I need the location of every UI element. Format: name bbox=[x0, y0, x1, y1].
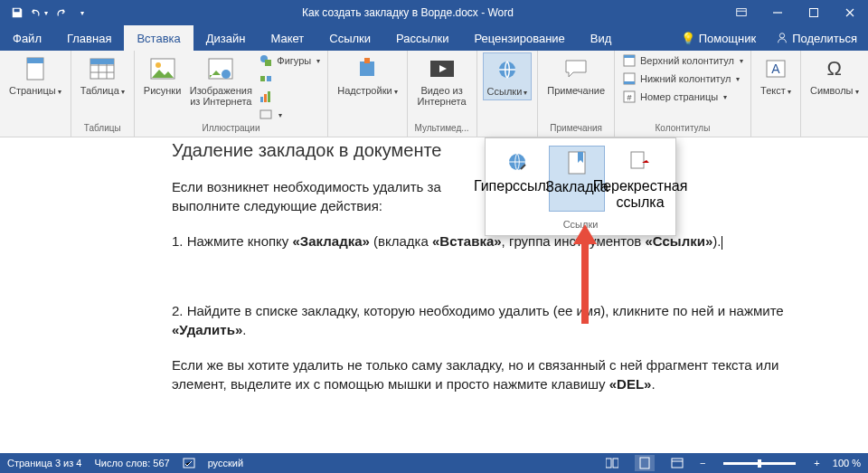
pagenum-label: Номер страницы bbox=[640, 91, 718, 102]
print-layout-icon[interactable] bbox=[635, 455, 655, 471]
close-icon[interactable] bbox=[832, 0, 868, 25]
pages-button[interactable]: Страницы▾ bbox=[5, 52, 65, 99]
zoom-in-icon[interactable]: + bbox=[814, 458, 819, 468]
page-content: Удаление закладок в документе Если возни… bbox=[0, 137, 868, 393]
tab-insert[interactable]: Вставка bbox=[124, 25, 193, 51]
svg-rect-17 bbox=[268, 91, 270, 102]
status-page[interactable]: Страница 3 из 4 bbox=[7, 458, 81, 468]
group-comments-label: Примечания bbox=[543, 123, 609, 135]
svg-rect-19 bbox=[360, 61, 374, 76]
links-dropdown: Гиперссылка Закладка Перекрестная ссылка… bbox=[485, 137, 676, 236]
table-button[interactable]: Таблица▾ bbox=[77, 52, 128, 99]
online-video-button[interactable]: Видео из Интернета bbox=[413, 52, 471, 109]
smartart-button[interactable] bbox=[257, 71, 322, 87]
qat-customize-icon[interactable]: ▾ bbox=[72, 3, 92, 23]
text-label: Текст bbox=[760, 85, 786, 96]
read-mode-icon[interactable] bbox=[602, 455, 622, 471]
footer-button[interactable]: Нижний колонтитул▾ bbox=[620, 71, 745, 87]
zoom-level[interactable]: 100 % bbox=[833, 458, 861, 468]
share-button[interactable]: Поделиться bbox=[765, 32, 868, 45]
addins-icon bbox=[353, 54, 382, 83]
links-dropdown-label: Ссылки bbox=[486, 215, 675, 235]
svg-rect-4 bbox=[27, 58, 43, 63]
comment-button[interactable]: Примечание bbox=[543, 52, 609, 98]
save-icon[interactable] bbox=[7, 3, 27, 23]
minimize-icon[interactable] bbox=[760, 0, 796, 25]
status-words[interactable]: Число слов: 567 bbox=[94, 458, 169, 468]
addins-button[interactable]: Надстройки▾ bbox=[334, 52, 401, 99]
page-number-button[interactable]: #Номер страницы▾ bbox=[620, 89, 745, 105]
group-illustrations-label: Иллюстрации bbox=[140, 123, 322, 135]
group-pages-label bbox=[5, 123, 65, 135]
group-symbols: Ω Символы▾ bbox=[801, 51, 868, 137]
tab-mailings[interactable]: Рассылки bbox=[383, 25, 461, 51]
spellcheck-icon[interactable] bbox=[183, 457, 195, 469]
pages-label: Страницы bbox=[9, 85, 56, 96]
online-pictures-button[interactable]: Изображения из Интернета bbox=[188, 52, 253, 109]
crossref-button[interactable]: Перекрестная ссылка bbox=[609, 146, 672, 212]
person-icon bbox=[776, 32, 788, 44]
comment-icon bbox=[561, 54, 590, 83]
hyperlink-button[interactable]: Гиперссылка bbox=[489, 146, 545, 212]
picture-icon bbox=[148, 54, 177, 83]
comment-label: Примечание bbox=[547, 85, 605, 96]
quick-access-toolbar: ▾ ▾ bbox=[0, 3, 92, 23]
symbols-button[interactable]: Ω Символы▾ bbox=[807, 52, 863, 99]
tab-view[interactable]: Вид bbox=[578, 25, 625, 51]
links-label: Ссылки bbox=[487, 86, 523, 97]
tell-me[interactable]: 💡 Помощник bbox=[672, 32, 766, 45]
svg-rect-15 bbox=[260, 97, 263, 102]
svg-rect-16 bbox=[264, 94, 267, 102]
screenshot-icon bbox=[259, 108, 273, 122]
textbox-button[interactable]: A Текст▾ bbox=[757, 52, 795, 99]
maximize-icon[interactable] bbox=[796, 0, 832, 25]
pagenum-icon: # bbox=[622, 90, 637, 104]
svg-rect-13 bbox=[260, 76, 265, 81]
smartart-icon bbox=[259, 71, 273, 86]
tell-me-label: Помощник bbox=[699, 32, 757, 45]
svg-rect-37 bbox=[640, 458, 649, 468]
svg-rect-33 bbox=[631, 152, 644, 168]
svg-rect-35 bbox=[606, 459, 611, 468]
window-controls bbox=[723, 0, 868, 25]
titlebar: ▾ ▾ Как создать закладку в Ворде.docx - … bbox=[0, 0, 868, 25]
shapes-label: Фигуры bbox=[277, 55, 311, 66]
tab-references[interactable]: Ссылки bbox=[316, 25, 383, 51]
ribbon-tabs: Файл Главная Вставка Дизайн Макет Ссылки… bbox=[0, 25, 868, 51]
illus-small-buttons: Фигуры▾ ▾ bbox=[257, 52, 322, 123]
omega-icon: Ω bbox=[820, 54, 849, 83]
undo-icon[interactable]: ▾ bbox=[29, 3, 49, 23]
tab-layout[interactable]: Макет bbox=[258, 25, 316, 51]
tab-file[interactable]: Файл bbox=[0, 25, 54, 51]
zoom-out-icon[interactable]: − bbox=[700, 458, 705, 468]
group-media-label: Мультимед... bbox=[413, 123, 471, 135]
share-label: Поделиться bbox=[792, 32, 857, 45]
tab-home[interactable]: Главная bbox=[54, 25, 124, 51]
chevron-down-icon: ▾ bbox=[44, 9, 48, 17]
document-area[interactable]: Удаление закладок в документе Если возни… bbox=[0, 137, 868, 453]
status-language[interactable]: русский bbox=[208, 458, 243, 468]
ribbon-options-icon[interactable] bbox=[723, 0, 760, 25]
group-links: Ссылки▾ bbox=[477, 51, 539, 137]
tab-design[interactable]: Дизайн bbox=[193, 25, 259, 51]
crossref-label: Перекрестная ссылка bbox=[593, 178, 688, 210]
svg-rect-20 bbox=[364, 58, 370, 63]
hyperlink-icon bbox=[503, 147, 532, 176]
screenshot-button[interactable]: ▾ bbox=[257, 107, 322, 123]
group-addins: Надстройки▾ bbox=[328, 51, 407, 137]
footer-icon bbox=[622, 71, 637, 86]
pictures-button[interactable]: Рисунки bbox=[140, 52, 185, 98]
svg-rect-12 bbox=[265, 60, 271, 66]
group-comments: Примечание Примечания bbox=[538, 51, 615, 137]
tab-review[interactable]: Рецензирование bbox=[461, 25, 577, 51]
lightbulb-icon: 💡 bbox=[681, 32, 695, 45]
link-icon bbox=[493, 55, 522, 84]
chart-button[interactable] bbox=[257, 89, 322, 105]
web-layout-icon[interactable] bbox=[667, 455, 687, 471]
links-button[interactable]: Ссылки▾ bbox=[483, 52, 533, 100]
header-button[interactable]: Верхний колонтитул▾ bbox=[620, 52, 745, 69]
shapes-button[interactable]: Фигуры▾ bbox=[257, 52, 322, 69]
zoom-slider[interactable] bbox=[723, 462, 796, 465]
svg-rect-6 bbox=[90, 59, 114, 64]
redo-icon[interactable] bbox=[51, 3, 71, 23]
